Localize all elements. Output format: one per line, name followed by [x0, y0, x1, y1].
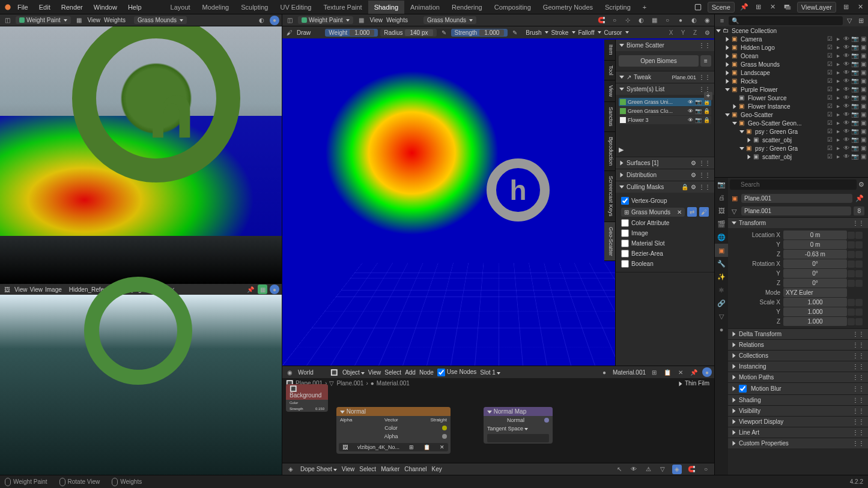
prop-panel-line-art[interactable]: Line Art⋮⋮ [728, 427, 868, 438]
play-icon[interactable]: ▶ [619, 146, 624, 153]
mirror-z-icon[interactable]: Z [690, 28, 700, 37]
outliner-item[interactable]: ▣Purple Flower☑▸👁📷▣ [715, 85, 868, 94]
ntab-bproduction[interactable]: Bproduction [604, 132, 615, 171]
hide-icon[interactable]: 👁 [843, 136, 850, 143]
location-x[interactable]: 0 m [783, 230, 847, 239]
ntab-geo-scatter[interactable]: Geo-Scatter [604, 222, 615, 262]
system-item[interactable]: Green Grass Uni...👁📷🔒 [619, 98, 711, 106]
exclude-icon[interactable]: ☑ [826, 52, 833, 59]
vg-checkbox[interactable] [621, 197, 629, 205]
holdout-icon[interactable]: ▣ [860, 52, 867, 59]
outliner-item[interactable]: ▣scatter_obj☑▸👁📷▣ [715, 136, 868, 144]
ntab-screencast-keys[interactable]: Screencast Keys [604, 171, 615, 222]
exclude-icon[interactable]: ☑ [826, 103, 833, 110]
dope-view-menu[interactable]: View [342, 466, 355, 472]
scene-icon[interactable] [693, 2, 703, 12]
outliner-item[interactable]: ▣Landscape☑▸👁📷▣ [715, 68, 868, 77]
workspace-+[interactable]: + [637, 1, 652, 14]
disable-render-icon[interactable]: 📷 [851, 61, 858, 68]
strength-field[interactable]: Strength1.000 [451, 29, 508, 37]
weights-menu[interactable]: Weights [104, 17, 126, 23]
workspace-layout[interactable]: Layout [165, 1, 196, 14]
dope-filter-icon[interactable]: ▽ [658, 465, 667, 474]
panel-menu-icon[interactable]: ⋮⋮ [852, 429, 864, 436]
selectable-icon[interactable]: ▸ [834, 136, 842, 143]
gear-icon[interactable]: ⚙ [691, 160, 696, 166]
pin-icon[interactable]: 📌 [739, 2, 749, 12]
add-system-button[interactable]: + [704, 92, 712, 100]
transform-header[interactable]: Transform⋮⋮ [728, 217, 868, 228]
systems-list-header[interactable]: System(s) List⋮⋮ [616, 83, 714, 95]
image-view-menu[interactable]: View [14, 286, 28, 293]
panel-menu-icon[interactable]: ⋮⋮ [699, 172, 711, 178]
system-render-icon[interactable]: 📷 [695, 117, 702, 123]
image-view-menu-2[interactable]: View [30, 286, 43, 293]
exclude-icon[interactable]: ☑ [826, 86, 833, 93]
use-nodes-checkbox[interactable]: Use Nodes [437, 369, 476, 376]
workspace-compositing[interactable]: Compositing [488, 1, 537, 14]
rotation-x[interactable]: 0° [783, 259, 847, 268]
radius-field[interactable]: Radius140 px [380, 29, 436, 37]
viewlayer-icon[interactable] [783, 2, 792, 12]
mirror-x-icon[interactable]: X [666, 28, 676, 37]
holdout-icon[interactable]: ▣ [860, 86, 867, 93]
properties-search[interactable] [730, 179, 857, 190]
node-editor-icon[interactable]: ◉ [285, 367, 294, 377]
disable-render-icon[interactable]: 📷 [851, 52, 858, 59]
shader-node-editor[interactable]: ◉ World 🔳 Object View Select Add Node Us… [282, 366, 714, 463]
gizmos-icon[interactable]: ⊹ [623, 16, 633, 25]
editor-type-icon[interactable]: ◫ [2, 16, 12, 25]
world-shader-label[interactable]: World [298, 369, 314, 376]
output-tab-icon[interactable]: 🖨 [715, 191, 728, 204]
exclude-icon[interactable]: ☑ [826, 61, 833, 68]
selectable-icon[interactable]: ▸ [834, 153, 842, 160]
system-render-icon[interactable]: 📷 [695, 99, 702, 105]
disable-render-icon[interactable]: 📷 [851, 153, 858, 160]
thin-film-panel[interactable]: Thin Film [673, 378, 714, 388]
prop-panel-shading[interactable]: Shading⋮⋮ [728, 394, 868, 405]
rotation-y[interactable]: 0° [783, 269, 847, 278]
render-tab-icon[interactable]: 📷 [715, 178, 728, 191]
system-visible-icon[interactable]: 👁 [688, 117, 693, 123]
image-pin-icon[interactable]: 📌 [246, 285, 255, 294]
outliner-item[interactable]: ▣psy : Green Gra☑▸👁📷▣ [715, 127, 868, 136]
exclude-icon[interactable]: ☑ [826, 128, 833, 135]
ntab-view[interactable]: View [604, 80, 615, 102]
interaction-mode[interactable]: Weight Paint [16, 16, 71, 24]
delete-scene-icon[interactable]: ✕ [768, 2, 778, 12]
panel-menu-icon[interactable]: ⋮⋮ [852, 397, 864, 403]
culling-header[interactable]: Culling Masks🔒⚙⋮⋮ [616, 181, 714, 193]
selectable-icon[interactable]: ▸ [834, 94, 842, 101]
options-icon[interactable]: ⚙ [702, 28, 712, 37]
biome-settings-icon[interactable]: ≡ [700, 55, 711, 67]
node-add-menu[interactable]: Add [405, 369, 416, 376]
panel-menu-icon[interactable]: ⋮⋮ [852, 363, 864, 370]
outliner-item[interactable]: ▣Geo-Scatter Geon...☑▸👁📷▣ [715, 119, 868, 127]
disable-render-icon[interactable]: 📷 [851, 145, 858, 152]
selectable-icon[interactable]: ▸ [834, 44, 842, 51]
hide-icon[interactable]: 👁 [843, 153, 850, 160]
node-view-menu[interactable]: View [368, 369, 381, 376]
exclude-icon[interactable]: ☑ [826, 145, 833, 152]
workspace-modeling[interactable]: Modeling [196, 1, 235, 14]
delete-viewlayer-icon[interactable]: ✕ [855, 2, 865, 12]
radius-pressure-icon[interactable]: ✎ [439, 28, 449, 37]
menu-help[interactable]: Help [123, 1, 147, 13]
panel-menu-icon[interactable]: ⋮⋮ [852, 220, 864, 226]
panel-menu-icon[interactable]: ⋮⋮ [852, 440, 864, 447]
matslot-checkbox[interactable] [621, 239, 629, 247]
node-pin-icon[interactable]: 📌 [689, 367, 699, 377]
menu-file[interactable]: File [13, 1, 33, 13]
disable-render-icon[interactable]: 📷 [851, 111, 858, 118]
workspace-sculpting[interactable]: Sculpting [235, 1, 274, 14]
viewlayer-tab-icon[interactable]: 🖼 [715, 204, 728, 217]
holdout-icon[interactable]: ▣ [860, 145, 867, 152]
particle-tab-icon[interactable]: ✨ [715, 270, 728, 283]
scene-selector[interactable]: Scene [708, 2, 735, 13]
disable-render-icon[interactable]: 📷 [851, 103, 858, 110]
outliner-item[interactable]: ▣Flower Instance☑▸👁📷▣ [715, 102, 868, 110]
outliner-root[interactable]: 🗀 Scene Collection [715, 26, 868, 35]
prop-panel-motion-blur[interactable]: Motion Blur⋮⋮ [728, 382, 868, 394]
scene-tab-icon[interactable]: 🎬 [715, 217, 728, 230]
exclude-icon[interactable]: ☑ [826, 35, 833, 43]
